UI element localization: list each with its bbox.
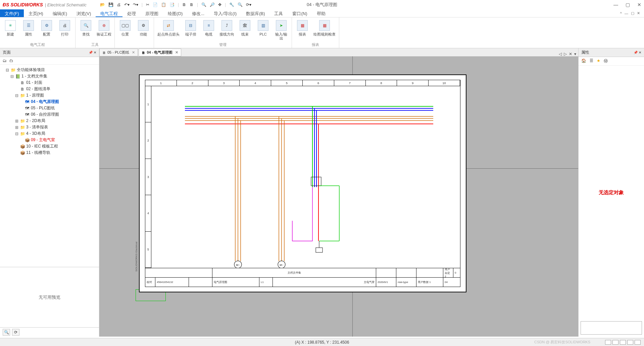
- close-tab-icon[interactable]: ✕: [175, 50, 178, 55]
- refresh-icon[interactable]: ⟳▾: [246, 2, 251, 7]
- doc2-icon[interactable]: 🗎: [190, 2, 194, 7]
- tab-tools[interactable]: 工具: [269, 9, 288, 17]
- tree-node[interactable]: ⊞📁3 - 清单报表: [1, 124, 98, 130]
- layout2-icon[interactable]: [612, 340, 618, 345]
- properties-button[interactable]: ☰属性: [21, 19, 36, 42]
- save-icon[interactable]: 💾: [108, 2, 113, 7]
- filter-icon[interactable]: 🔧: [229, 2, 234, 7]
- tree-mode2-icon[interactable]: 🗀: [9, 58, 13, 63]
- canvas[interactable]: SOLIDWORKS Electrical 12345678910 12345: [99, 56, 578, 337]
- tab-next-icon[interactable]: ▷: [564, 52, 567, 56]
- tab-import-export[interactable]: 导入/导出(I): [209, 9, 241, 17]
- undo-icon[interactable]: ↶▾: [124, 2, 130, 7]
- arrows-button[interactable]: ⇄起点终点箭头: [157, 19, 180, 42]
- mdi-min-icon[interactable]: —: [625, 11, 628, 15]
- doctab-schematic[interactable]: 🗎 04 - 电气原理图✕: [139, 49, 181, 56]
- tree-node[interactable]: 🗎01 - 封面: [1, 79, 98, 86]
- layout3-icon[interactable]: [620, 340, 626, 345]
- collapse-ribbon-icon[interactable]: ^: [620, 11, 622, 15]
- tree-node[interactable]: 📦10 - IEC 模板工程: [1, 143, 98, 150]
- tree-node[interactable]: ⊞📁2 - 2D布局: [1, 118, 98, 124]
- tree-mode1-icon[interactable]: 🗂: [3, 58, 7, 63]
- tree-node[interactable]: ⊟📁4 - 3D布局: [1, 130, 98, 137]
- doc1-icon[interactable]: 🗎: [182, 2, 186, 7]
- title-bar: ÐS SOLIDWORKS | Electrical Schematic 📂 💾…: [0, 0, 644, 9]
- tab-edit[interactable]: 编辑(E): [48, 9, 72, 17]
- preview-pane: 无可用预览: [0, 267, 99, 327]
- maximize-button[interactable]: ▢: [626, 2, 630, 7]
- find-button[interactable]: 🔍查找: [78, 19, 94, 42]
- pan-icon[interactable]: ✥: [218, 2, 221, 7]
- zoom-fit-icon[interactable]: 🔍: [3, 329, 10, 336]
- tab-close-all-icon[interactable]: ✕: [569, 52, 572, 56]
- zoom-out-icon[interactable]: 🔎: [210, 2, 215, 7]
- tab-schematic[interactable]: 原理图: [141, 9, 163, 17]
- redo-icon[interactable]: ↷▾: [133, 2, 138, 7]
- cable-button[interactable]: ≡电缆: [201, 19, 216, 42]
- tree-node[interactable]: 🗺06 - 自控原理图: [1, 111, 98, 118]
- search-icon[interactable]: 🔍: [238, 2, 243, 7]
- tab-home[interactable]: 主页(H): [24, 9, 48, 17]
- refresh-preview-icon[interactable]: ⟳: [12, 329, 19, 336]
- report-button[interactable]: ▦报表: [295, 19, 310, 42]
- open-icon[interactable]: 📂: [100, 2, 105, 7]
- paste-icon[interactable]: 📋: [161, 2, 166, 7]
- tab-draw[interactable]: 绘图(D): [163, 9, 187, 17]
- menu-bar: 文件(F) 主页(H) 编辑(E) 浏览(V) 电气工程 处理 原理图 绘图(D…: [0, 9, 644, 17]
- validate-button[interactable]: ⊕验证工程: [96, 19, 112, 42]
- close-button[interactable]: ✕: [637, 2, 641, 7]
- project-tree[interactable]: ⊟📁全功能体验项目⊟📗1 - 文档文件集🗎01 - 封面🗎02 - 图纸清单⊟📁…: [0, 65, 99, 267]
- new-button[interactable]: ✳新建: [3, 19, 18, 42]
- v-ruler: 12345: [145, 86, 151, 268]
- config-button[interactable]: ⚙配置: [39, 19, 54, 42]
- close-tab-icon[interactable]: ✕: [132, 50, 135, 55]
- drc-button[interactable]: ▦绘图规则检查: [313, 19, 336, 42]
- print-button[interactable]: 🖨打印: [57, 19, 72, 42]
- pin-icon[interactable]: 📌 ✕: [634, 51, 641, 54]
- file-menu[interactable]: 文件(F): [0, 9, 24, 17]
- function-button[interactable]: ⚙功能: [136, 19, 151, 47]
- tab-prev-icon[interactable]: ◁: [559, 52, 562, 56]
- tab-database[interactable]: 数据库(B): [241, 9, 269, 17]
- tree-node[interactable]: 🗺04 - 电气原理图: [1, 99, 98, 105]
- layout4-icon[interactable]: [627, 340, 633, 345]
- tab-process[interactable]: 处理: [122, 9, 141, 17]
- m-icon[interactable]: Ⓜ: [604, 58, 608, 64]
- copy2-icon[interactable]: 📑: [169, 2, 175, 7]
- mdi-max-icon[interactable]: ▢: [631, 11, 634, 15]
- tree-node[interactable]: 🗎02 - 图纸清单: [1, 86, 98, 92]
- document-tabs: 🗎 05 - PLC图纸✕ 🗎 04 - 电气原理图✕ ◁ ▷ ✕ ▾: [99, 48, 578, 56]
- tab-view[interactable]: 浏览(V): [72, 9, 96, 17]
- tree-node[interactable]: ⊟📁1 - 原理图: [1, 92, 98, 99]
- zoom-in-icon[interactable]: 🔍: [201, 2, 206, 7]
- copy-icon[interactable]: 📄: [153, 2, 158, 7]
- layout1-icon[interactable]: [605, 340, 611, 345]
- harness-button[interactable]: 🕸线束: [237, 19, 253, 42]
- minimize-button[interactable]: —: [613, 2, 618, 7]
- tab-electrical[interactable]: 电气工程: [96, 9, 122, 17]
- print-icon[interactable]: 🖨: [117, 2, 121, 7]
- layout5-icon[interactable]: [635, 340, 641, 345]
- tab-help[interactable]: 帮助: [312, 9, 330, 17]
- tree-node[interactable]: ⊟📁全功能体验项目: [1, 67, 98, 73]
- tree-node[interactable]: 📦09 - 主电气室: [1, 137, 98, 143]
- location-button[interactable]: ▢▢位置: [117, 19, 133, 47]
- h-ruler: 12345678910: [145, 80, 460, 86]
- tree-node[interactable]: 📦11 - 线槽导轨: [1, 150, 98, 156]
- tab-modify[interactable]: 修改...: [187, 9, 209, 17]
- io-button[interactable]: ➤输入/输出: [274, 19, 289, 42]
- tab-window[interactable]: 窗口(N): [288, 9, 312, 17]
- terminal-button[interactable]: ⊟端子排: [183, 19, 198, 42]
- wire-dir-button[interactable]: ⤴接线方向: [219, 19, 235, 42]
- list-icon[interactable]: ☰: [590, 58, 593, 64]
- home-icon[interactable]: 🏠: [581, 58, 586, 64]
- cut-icon[interactable]: ✂: [146, 2, 149, 7]
- plc-button[interactable]: ▥PLC: [255, 19, 271, 42]
- mdi-close-icon[interactable]: ✕: [637, 11, 640, 15]
- tree-node[interactable]: ⊟📗1 - 文档文件集: [1, 73, 98, 79]
- doctab-plc[interactable]: 🗎 05 - PLC图纸✕: [99, 49, 138, 56]
- star-icon[interactable]: ★: [597, 58, 600, 64]
- tab-menu-icon[interactable]: ▾: [574, 52, 576, 56]
- pin-icon[interactable]: 📌 ✕: [89, 51, 96, 54]
- tree-node[interactable]: 🗺05 - PLC图纸: [1, 105, 98, 111]
